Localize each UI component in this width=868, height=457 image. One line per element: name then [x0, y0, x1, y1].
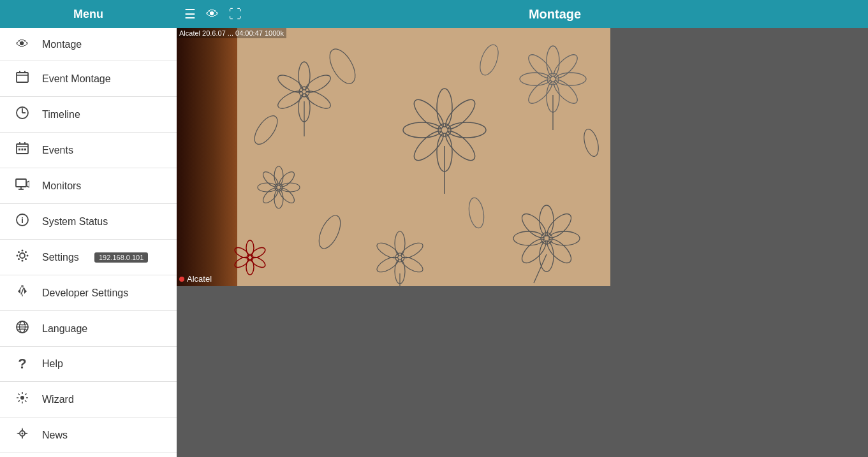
news-icon [13, 426, 32, 444]
sidebar-item-timeline[interactable]: Timeline [0, 97, 177, 133]
sidebar-label-news: News [42, 430, 68, 441]
svg-rect-11 [18, 149, 20, 150]
timeline-icon [13, 106, 32, 123]
sidebar-label-timeline: Timeline [42, 109, 80, 120]
sidebar-item-language[interactable]: Language [0, 311, 177, 347]
eye-icon[interactable]: 👁 [206, 7, 219, 22]
svg-rect-14 [16, 179, 26, 187]
camera-canvas: Alcatel [177, 28, 610, 286]
svg-point-47 [22, 433, 24, 435]
svg-text:i: i [21, 215, 24, 225]
sidebar-label-settings: Settings [42, 252, 79, 263]
main-content: Alcatel 20.6.07 ... 04:00:47 1000k [177, 28, 868, 457]
camera-overlay-info: Alcatel 20.6.07 ... 04:00:47 1000k [177, 28, 286, 38]
sidebar-item-logs[interactable]: Logs [0, 453, 177, 457]
svg-rect-0 [17, 73, 28, 82]
menu-label: Menu [73, 8, 103, 21]
sidebar-label-events: Events [42, 145, 73, 156]
sidebar-item-help[interactable]: ? Help [0, 347, 177, 382]
svg-point-37 [20, 396, 24, 400]
svg-rect-12 [22, 149, 24, 150]
svg-point-20 [20, 253, 25, 258]
header-icons: ☰ 👁 ⛶ [184, 6, 242, 22]
svg-point-25 [18, 251, 20, 253]
svg-point-26 [25, 258, 27, 260]
svg-line-29 [21, 288, 24, 294]
sidebar-item-developer-settings[interactable]: Developer Settings [0, 275, 177, 311]
camera-image [177, 28, 610, 286]
svg-point-30 [21, 285, 24, 287]
system-status-icon: i [13, 213, 32, 230]
sidebar-label-help: Help [42, 358, 63, 370]
wizard-icon [13, 391, 32, 408]
header: Menu ☰ 👁 ⛶ Montage [0, 0, 868, 28]
camera-dot [179, 277, 184, 282]
sidebar-item-system-status[interactable]: i System Status [0, 204, 177, 240]
svg-marker-17 [27, 181, 29, 187]
svg-point-27 [18, 258, 20, 260]
svg-point-22 [22, 260, 24, 262]
sidebar-label-system-status: System Status [42, 216, 108, 228]
settings-icon [13, 249, 32, 266]
svg-rect-54 [177, 28, 237, 286]
event-montage-icon [13, 70, 32, 87]
svg-point-23 [17, 255, 18, 257]
hamburger-icon[interactable]: ☰ [184, 6, 196, 22]
header-left: Menu [0, 8, 177, 21]
svg-rect-13 [24, 149, 26, 150]
sidebar-label-montage: Montage [42, 39, 82, 50]
sidebar-item-event-montage[interactable]: Event Montage [0, 61, 177, 97]
svg-line-45 [18, 400, 20, 402]
sidebar: 👁 Montage Event Montage Timeline [0, 28, 177, 457]
svg-point-24 [27, 255, 29, 257]
sidebar-label-developer-settings: Developer Settings [42, 287, 128, 299]
svg-point-21 [22, 250, 24, 252]
header-title: Montage [529, 7, 581, 22]
svg-line-44 [25, 394, 26, 395]
language-icon [13, 320, 32, 337]
sidebar-item-monitors[interactable]: Monitors [0, 168, 177, 204]
sidebar-item-news[interactable]: News [0, 417, 177, 453]
fullscreen-icon[interactable]: ⛶ [229, 7, 242, 22]
events-icon [13, 141, 32, 159]
header-title-area: Montage [242, 7, 868, 22]
montage-icon: 👁 [13, 37, 32, 52]
help-icon: ? [13, 356, 32, 372]
svg-line-43 [25, 400, 26, 402]
sidebar-item-events[interactable]: Events [0, 133, 177, 168]
sidebar-label-wizard: Wizard [42, 394, 74, 405]
sidebar-item-wizard[interactable]: Wizard [0, 382, 177, 417]
sidebar-item-montage[interactable]: 👁 Montage [0, 28, 177, 61]
svg-line-42 [18, 394, 20, 395]
sidebar-label-monitors: Monitors [42, 180, 81, 192]
developer-settings-icon [13, 284, 32, 301]
svg-line-32 [24, 287, 25, 289]
sidebar-item-settings[interactable]: Settings 192.168.0.101 [0, 240, 177, 275]
sidebar-label-language: Language [42, 323, 87, 335]
sidebar-label-event-montage: Event Montage [42, 73, 111, 85]
svg-line-31 [20, 287, 21, 289]
monitors-icon [13, 177, 32, 194]
svg-point-28 [25, 251, 27, 253]
camera-label: Alcatel [179, 274, 212, 284]
camera-name: Alcatel [187, 274, 212, 284]
settings-tooltip: 192.168.0.101 [94, 252, 148, 263]
camera-feed[interactable]: Alcatel 20.6.07 ... 04:00:47 1000k [177, 28, 610, 286]
